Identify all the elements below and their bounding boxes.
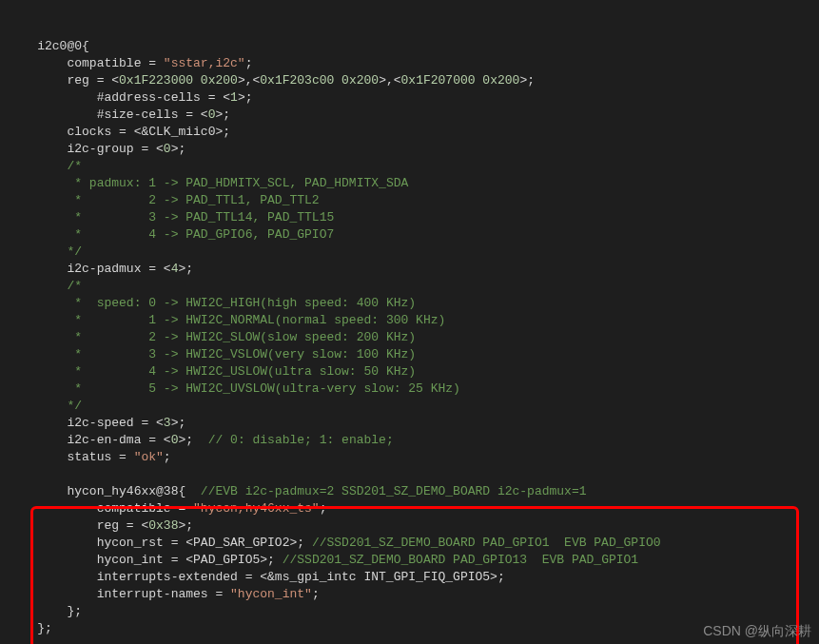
- code-token: * 1 -> HWI2C_NORMAL(normal speed: 300 KH…: [67, 313, 445, 327]
- code-line[interactable]: status = "ok";: [0, 449, 819, 466]
- code-line[interactable]: /*: [0, 158, 819, 175]
- code-token: * 3 -> HWI2C_VSLOW(very slow: 100 KHz): [67, 347, 416, 361]
- code-token: i2c-en-dma = <: [67, 433, 170, 447]
- code-token: */: [67, 244, 82, 259]
- code-token: /*: [67, 279, 82, 293]
- code-token: reg = <: [97, 518, 149, 533]
- code-line[interactable]: compatible = "sstar,i2c";: [0, 55, 819, 72]
- code-line[interactable]: reg = <0x38>;: [0, 517, 819, 535]
- code-token: >;: [215, 107, 230, 122]
- code-line[interactable]: };: [0, 620, 819, 637]
- code-token: * 2 -> HWI2C_SLOW(slow speed: 200 KHz): [67, 330, 416, 344]
- code-token: >,<: [238, 73, 260, 88]
- code-line[interactable]: interrupts-extended = <&ms_gpi_intc INT_…: [0, 569, 819, 586]
- code-token: compatible =: [67, 56, 163, 70]
- code-token: hycon_hy46xx@38{: [67, 484, 200, 498]
- code-line[interactable]: interrupt-names = "hycon_int";: [0, 586, 819, 603]
- code-token: 0x200: [482, 73, 519, 88]
- code-token: >;: [171, 416, 186, 430]
- code-token: */: [67, 399, 82, 413]
- code-token: i2c-speed = <: [67, 416, 163, 430]
- code-token: i2c0@0{: [37, 39, 89, 53]
- code-token: compatible =: [97, 501, 193, 516]
- code-line[interactable]: i2c-padmux = <4>;: [0, 261, 819, 278]
- code-token: * 4 -> PAD_GPIO6, PAD_GPIO7: [67, 227, 334, 242]
- code-token: i2c-group = <: [67, 142, 163, 156]
- code-token: 0x1F203c00: [260, 73, 334, 88]
- code-token: [334, 73, 341, 88]
- code-token: * 2 -> PAD_TTL1, PAD_TTL2: [67, 193, 319, 207]
- code-line[interactable]: * 2 -> PAD_TTL1, PAD_TTL2: [0, 192, 819, 209]
- code-token: 3: [164, 416, 171, 430]
- code-line[interactable]: [0, 466, 819, 483]
- code-line[interactable]: * 5 -> HWI2C_UVSLOW(ultra-very slow: 25 …: [0, 381, 819, 398]
- code-line[interactable]: compatible = "hycon,hy46xx_ts";: [0, 500, 819, 517]
- code-token: >;: [171, 142, 186, 156]
- code-lines-container: i2c0@0{ compatible = "sstar,i2c"; reg = …: [0, 38, 819, 637]
- code-token: >;: [178, 433, 207, 447]
- code-token: 0x200: [341, 73, 379, 88]
- watermark-text: CSDN @纵向深耕: [703, 623, 811, 640]
- code-token: ;: [245, 56, 253, 70]
- code-line[interactable]: hycon_hy46xx@38{ //EVB i2c-padmux=2 SSD2…: [0, 483, 819, 500]
- code-token: #address-cells = <: [97, 90, 230, 105]
- code-token: >;: [178, 518, 193, 533]
- code-token: >;: [178, 262, 193, 276]
- code-line[interactable]: #address-cells = <1>;: [0, 89, 819, 107]
- code-token: "ok": [134, 450, 164, 464]
- code-line[interactable]: i2c-speed = <3>;: [0, 415, 819, 432]
- code-token: [193, 73, 201, 88]
- code-token: 0x38: [148, 518, 178, 533]
- code-line[interactable]: clocks = <&CLK_miic0>;: [0, 124, 819, 141]
- code-token: >,<: [379, 73, 400, 88]
- code-token: 0x200: [201, 73, 238, 88]
- code-token: reg = <: [67, 73, 119, 88]
- code-line[interactable]: * 1 -> HWI2C_NORMAL(normal speed: 300 KH…: [0, 312, 819, 329]
- code-line[interactable]: hycon_rst = <PAD_SAR_GPIO2>; //SSD201_SZ…: [0, 535, 819, 552]
- code-line[interactable]: * speed: 0 -> HWI2C_HIGH(high speed: 400…: [0, 295, 819, 312]
- code-token: >;: [238, 90, 253, 105]
- code-token: ;: [320, 501, 327, 516]
- code-line[interactable]: * 3 -> PAD_TTL14, PAD_TTL15: [0, 209, 819, 226]
- code-editor[interactable]: i2c0@0{ compatible = "sstar,i2c"; reg = …: [0, 0, 819, 644]
- code-token: status =: [67, 450, 133, 464]
- code-token: * 3 -> PAD_TTL14, PAD_TTL15: [67, 210, 334, 224]
- code-token: 0x1F223000: [119, 73, 193, 88]
- code-line[interactable]: * 3 -> HWI2C_VSLOW(very slow: 100 KHz): [0, 346, 819, 363]
- code-token: >;: [519, 73, 535, 88]
- code-token: * padmux: 1 -> PAD_HDMITX_SCL, PAD_HDMIT…: [67, 176, 408, 190]
- code-token: interrupt-names =: [97, 587, 230, 601]
- code-token: // 0: disable; 1: enable;: [208, 433, 394, 447]
- code-token: //EVB i2c-padmux=2 SSD201_SZ_DEMO_BOARD …: [201, 484, 587, 498]
- code-token: //SSD201_SZ_DEMO_BOARD PAD_GPIO13 EVB PA…: [283, 553, 638, 567]
- code-token: 0x1F207000: [401, 73, 476, 88]
- code-line[interactable]: * 4 -> HWI2C_USLOW(ultra slow: 50 KHz): [0, 363, 819, 381]
- code-line[interactable]: };: [0, 603, 819, 620]
- code-line[interactable]: i2c0@0{: [0, 38, 819, 55]
- code-line[interactable]: reg = <0x1F223000 0x200>,<0x1F203c00 0x2…: [0, 72, 819, 89]
- code-token: 0: [164, 142, 171, 156]
- code-token: //SSD201_SZ_DEMO_BOARD PAD_GPIO1 EVB PAD…: [312, 536, 661, 550]
- code-token: * 5 -> HWI2C_UVSLOW(ultra-very slow: 25 …: [67, 381, 459, 396]
- code-token: };: [37, 621, 52, 635]
- code-line[interactable]: * 4 -> PAD_GPIO6, PAD_GPIO7: [0, 226, 819, 244]
- code-token: [8, 467, 15, 481]
- code-token: #size-cells = <: [97, 107, 208, 122]
- code-line[interactable]: * padmux: 1 -> PAD_HDMITX_SCL, PAD_HDMIT…: [0, 175, 819, 192]
- code-line[interactable]: /*: [0, 278, 819, 295]
- code-line[interactable]: #size-cells = <0>;: [0, 107, 819, 124]
- code-token: interrupts-extended = <&ms_gpi_intc INT_…: [97, 570, 505, 584]
- code-line[interactable]: i2c-en-dma = <0>; // 0: disable; 1: enab…: [0, 432, 819, 449]
- code-line[interactable]: hycon_int = <PAD_GPIO5>; //SSD201_SZ_DEM…: [0, 552, 819, 569]
- code-token: hycon_rst = <PAD_SAR_GPIO2>;: [97, 536, 312, 550]
- code-token: * speed: 0 -> HWI2C_HIGH(high speed: 400…: [67, 296, 416, 310]
- code-line[interactable]: i2c-group = <0>;: [0, 141, 819, 158]
- code-token: i2c-padmux = <: [67, 262, 170, 276]
- code-line[interactable]: */: [0, 398, 819, 415]
- code-token: * 4 -> HWI2C_USLOW(ultra slow: 50 KHz): [67, 364, 416, 379]
- code-line[interactable]: * 2 -> HWI2C_SLOW(slow speed: 200 KHz): [0, 329, 819, 346]
- code-token: 1: [230, 90, 238, 105]
- code-line[interactable]: */: [0, 244, 819, 261]
- code-token: ;: [164, 450, 171, 464]
- code-token: /*: [67, 159, 82, 173]
